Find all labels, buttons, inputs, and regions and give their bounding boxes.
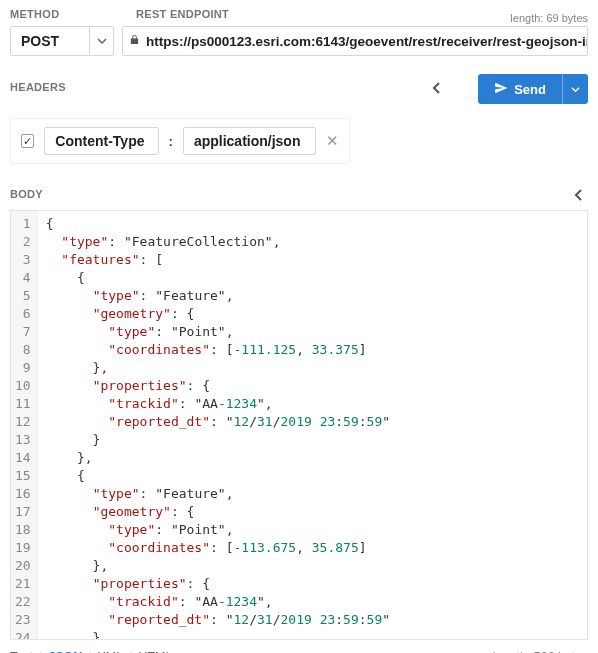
header-remove-icon[interactable]: ✕ — [326, 132, 339, 150]
header-enable-checkbox[interactable]: ✓ — [21, 134, 34, 148]
headers-label: HEADERS — [10, 81, 66, 93]
method-label: METHOD — [10, 8, 120, 20]
endpoint-label: REST ENDPOINT — [136, 8, 229, 20]
method-dropdown-icon[interactable] — [89, 27, 113, 55]
code-area[interactable]: { "type": "FeatureCollection", "features… — [38, 211, 587, 639]
header-sep: : — [169, 134, 173, 149]
url-length: length: 69 bytes — [510, 12, 588, 24]
header-value-input[interactable]: application/json — [183, 127, 316, 155]
method-value: POST — [11, 33, 89, 49]
lock-icon — [129, 34, 140, 48]
headers-collapse-icon[interactable] — [432, 81, 442, 97]
url-text: https://ps000123.esri.com:6143/geoevent/… — [146, 34, 588, 49]
url-input[interactable]: https://ps000123.esri.com:6143/geoevent/… — [122, 26, 588, 56]
send-label: Send — [514, 82, 546, 97]
send-button[interactable]: Send — [478, 74, 588, 104]
send-split-icon[interactable] — [562, 74, 588, 104]
body-collapse-icon[interactable] — [574, 188, 584, 204]
line-gutter: 1234567891011121314151617181920212223242… — [11, 211, 38, 639]
header-key-input[interactable]: Content-Type — [44, 127, 158, 155]
body-label: BODY — [10, 188, 43, 200]
header-row: ✓ Content-Type : application/json ✕ — [10, 118, 350, 164]
method-select[interactable]: POST — [10, 26, 114, 56]
send-icon — [494, 81, 508, 98]
body-editor[interactable]: 1234567891011121314151617181920212223242… — [10, 210, 588, 640]
